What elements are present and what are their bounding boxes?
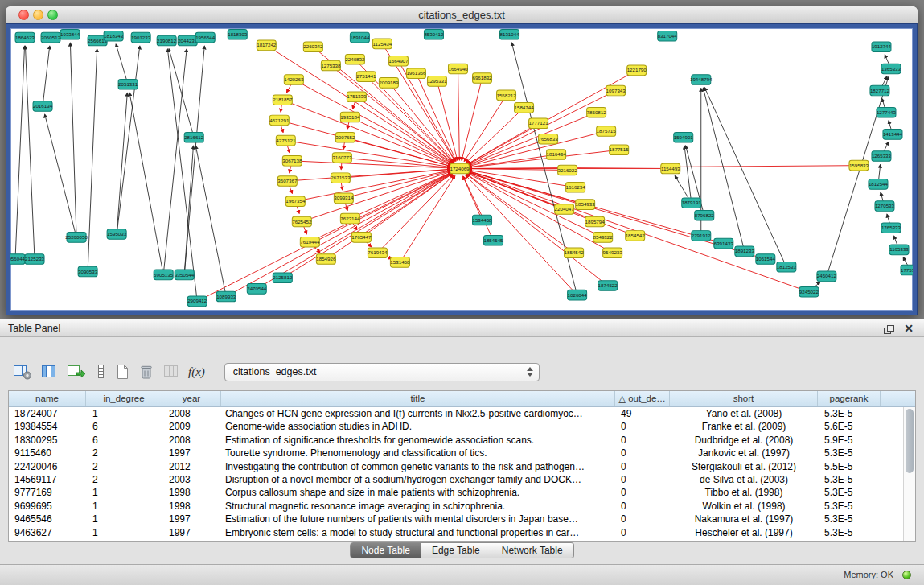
graph-edge[interactable] xyxy=(15,46,25,259)
graph-node[interactable]: 3099314 xyxy=(334,193,354,204)
graph-node[interactable]: 1616234 xyxy=(566,182,586,192)
float-panel-icon[interactable] xyxy=(883,323,895,338)
graph-node[interactable]: 7619444 xyxy=(300,237,320,247)
graph-node[interactable]: 2181857 xyxy=(273,95,293,105)
graph-node[interactable]: 2016134 xyxy=(33,101,53,112)
graph-node[interactable]: 2060512 xyxy=(41,32,61,43)
graph-node[interactable]: 2190812 xyxy=(157,35,177,46)
graph-node[interactable]: 5905135 xyxy=(154,270,174,280)
network-graph[interactable]: 1724069181724222603421275338142026321818… xyxy=(10,28,913,311)
graph-node[interactable]: 2260342 xyxy=(303,42,323,52)
window-titlebar[interactable]: citations_edges.txt xyxy=(6,6,918,23)
graph-node[interactable]: 1827712 xyxy=(870,85,890,96)
column-header-title[interactable]: title xyxy=(221,391,615,406)
graph-node[interactable]: 8317044 xyxy=(658,31,678,41)
graph-node[interactable]: 1854933 xyxy=(576,200,596,210)
graph-edge[interactable] xyxy=(388,83,454,162)
graph-node[interactable]: 1089933 xyxy=(216,291,236,302)
graph-node[interactable]: 1935184 xyxy=(340,112,360,122)
graph-node[interactable]: 1864623 xyxy=(15,32,35,43)
graph-node[interactable]: 1531458 xyxy=(390,257,410,268)
graph-node[interactable]: 1874522 xyxy=(598,281,618,291)
graph-node[interactable]: 1912744 xyxy=(872,42,892,52)
graph-edge[interactable] xyxy=(458,68,459,159)
graph-node[interactable]: 8796822 xyxy=(695,210,715,220)
graph-edge[interactable] xyxy=(468,171,635,235)
graph-node[interactable]: 2470544 xyxy=(247,284,267,295)
graph-node[interactable]: 4671291 xyxy=(269,115,290,126)
graph-node[interactable]: 7850812 xyxy=(587,107,607,117)
graph-node[interactable]: 2671533 xyxy=(331,173,351,183)
graph-node[interactable]: 7623144 xyxy=(340,213,360,224)
graph-edge[interactable] xyxy=(45,114,76,237)
table-row[interactable]: 1872400712008Changes of HCN gene express… xyxy=(9,407,903,420)
graph-node[interactable]: 19448794 xyxy=(690,75,713,85)
column-header-in-degree[interactable]: in_degree xyxy=(86,391,162,406)
graph-edge[interactable] xyxy=(462,78,482,160)
graph-node[interactable]: 1967354 xyxy=(285,196,306,207)
table-selector[interactable]: citations_edges.txt xyxy=(224,363,540,381)
graph-node[interactable]: 2204047 xyxy=(555,204,575,215)
graph-node[interactable]: 1812533 xyxy=(777,262,797,272)
graph-node[interactable]: 7619434 xyxy=(368,248,388,258)
tab-edge-table[interactable]: Edge Table xyxy=(421,542,491,558)
memory-status-indicator[interactable] xyxy=(902,571,911,579)
graph-edge[interactable] xyxy=(285,141,450,167)
graph-node[interactable]: 1413444 xyxy=(883,130,903,140)
graph-node[interactable]: 3090533 xyxy=(78,266,98,277)
graph-edge[interactable] xyxy=(257,173,452,289)
graph-node[interactable]: 2909412 xyxy=(187,296,207,307)
graph-node[interactable]: 1365333 xyxy=(881,64,901,74)
tab-node-table[interactable]: Node Table xyxy=(350,542,421,558)
graph-node[interactable]: 1664940 xyxy=(448,64,468,74)
graph-edge[interactable] xyxy=(350,172,451,219)
graph-node[interactable]: 2125233 xyxy=(25,254,45,265)
graph-node[interactable]: 1818303 xyxy=(228,29,248,39)
graph-node[interactable]: 1275338 xyxy=(321,60,341,71)
table-row[interactable]: 1938455462009Genome-wide association stu… xyxy=(9,420,903,433)
graph-node[interactable]: 7656833 xyxy=(539,134,559,144)
graph-node[interactable]: 2791912 xyxy=(692,231,712,241)
column-header-pagerank[interactable]: pagerank xyxy=(818,391,881,406)
graph-node[interactable]: 1154493 xyxy=(661,163,680,174)
column-header-year[interactable]: year xyxy=(162,391,221,406)
graph-edge[interactable] xyxy=(226,173,452,297)
column-header-short[interactable]: short xyxy=(670,391,818,406)
graph-node[interactable]: 1594901 xyxy=(674,132,694,142)
graph-node[interactable]: 1777121 xyxy=(529,118,549,129)
graph-node[interactable]: 1775344 xyxy=(901,265,913,275)
scrollbar-thumb[interactable] xyxy=(906,409,914,473)
graph-node[interactable]: 2051331 xyxy=(118,80,138,90)
column-header-name[interactable]: name xyxy=(9,391,86,406)
graph-node[interactable]: 1584744 xyxy=(515,103,535,113)
column-icon[interactable] xyxy=(95,361,106,382)
graph-node[interactable]: 1895794 xyxy=(585,216,606,227)
graph-node[interactable]: 1295331 xyxy=(427,76,447,87)
graph-node[interactable]: 1854545 xyxy=(483,235,503,245)
graph-node[interactable]: 1165333 xyxy=(889,245,909,255)
graph-node[interactable]: 3607367 xyxy=(277,176,298,187)
graph-node[interactable]: 1125434 xyxy=(372,39,392,49)
graph-node[interactable]: 2009189 xyxy=(379,78,399,89)
graph-node[interactable]: 1277443 xyxy=(877,107,897,117)
graph-node[interactable]: 6961832 xyxy=(472,73,492,84)
graph-node[interactable]: 1765333 xyxy=(881,223,901,233)
graph-edge[interactable] xyxy=(163,49,187,274)
graph-node[interactable]: 1420263 xyxy=(284,75,304,85)
table-row[interactable]: 946554611997Estimation of the future num… xyxy=(9,513,903,525)
graph-node[interactable]: 1891044 xyxy=(350,32,370,43)
graph-node[interactable]: 2125812 xyxy=(273,273,293,283)
graph-node[interactable]: 1751339 xyxy=(347,92,367,102)
graph-node[interactable]: 1818343 xyxy=(104,31,124,41)
graph-node[interactable]: 3067138 xyxy=(282,156,302,167)
table-row[interactable]: 977716911998Corpus callosum shape and si… xyxy=(9,486,903,499)
table-settings-icon[interactable] xyxy=(13,361,32,382)
graph-node[interactable]: 1664907 xyxy=(388,56,409,66)
graph-node[interactable]: 1891233 xyxy=(735,246,755,257)
graph-edge[interactable] xyxy=(400,176,454,262)
select-columns-icon[interactable] xyxy=(40,361,58,382)
graph-node[interactable]: 3007652 xyxy=(335,132,355,142)
graph-node[interactable]: 2450412 xyxy=(817,271,837,282)
graph-edge[interactable] xyxy=(292,161,450,168)
function-builder-icon[interactable]: f(x) xyxy=(188,361,205,382)
